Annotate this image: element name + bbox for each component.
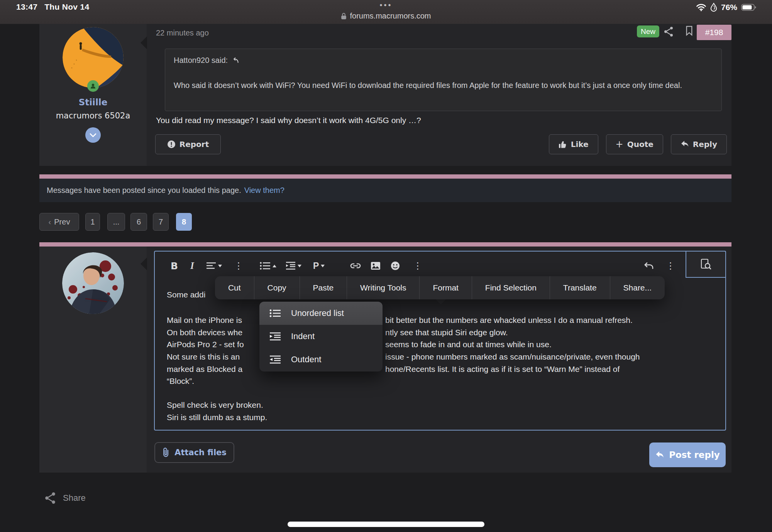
editor-text-line: Spell check is very broken. [155,400,722,411]
editor-text-line: Not sure is this is anissue - phone numb… [155,352,722,363]
status-and-browser-bar: 13:47Thu Nov 14 ••• 76% forums.macrumors… [0,0,772,24]
page-range-ellipsis[interactable]: ... [107,213,125,231]
submenu-item-indent[interactable]: Indent [259,325,383,348]
goto-quoted-post-icon[interactable] [232,57,239,64]
editor-text-line: Mail on the iPhone isbit better but the … [155,316,722,326]
reply-label: Reply [693,140,717,149]
post-bubble-tail [141,36,147,49]
quote-attribution: Hatton920 said: [174,56,239,65]
outdent-icon [269,355,281,364]
menu-item-find-selection[interactable]: Find Selection [472,276,550,299]
preview-button[interactable] [686,251,726,278]
date: Thu Nov 14 [44,2,89,11]
more-format-options-icon[interactable]: ⋮ [234,259,243,272]
like-button[interactable]: Like [549,134,598,154]
report-button[interactable]: Report [155,134,221,154]
more-insert-options-icon[interactable]: ⋮ [413,259,422,272]
text-align-dropdown[interactable] [206,259,222,272]
outdent-label: Outdent [291,355,321,365]
view-them-link[interactable]: View them? [244,186,284,195]
list-dropdown-open[interactable] [260,259,276,272]
post-message-text: You did read my message? I said why does… [156,116,716,125]
format-submenu: Unordered list Indent Outdent [259,302,383,372]
submenu-item-outdent[interactable]: Outdent [259,348,383,371]
insert-image-icon[interactable] [371,259,381,272]
editor-text-line: On both devices whently see that stupid … [155,328,722,338]
reply-button[interactable]: Reply [671,134,727,154]
post-reply-label: Post reply [669,450,720,460]
menu-item-share[interactable]: Share... [610,276,665,299]
expand-author-button[interactable] [85,127,101,143]
menu-item-cut[interactable]: Cut [215,276,254,299]
share-icon [44,492,56,504]
editor-text-line: marked as Blocked ahone/Recents list. It… [155,365,722,375]
chevron-down-icon [90,133,96,137]
post-reply-button[interactable]: Post reply [649,442,726,467]
focus-drop-icon [710,3,717,12]
address-bar[interactable]: forums.macrumors.com [0,12,772,20]
indent-dropdown[interactable] [286,259,301,272]
safari-ipad-screen: 13:47Thu Nov 14 ••• 76% forums.macrumors… [0,0,772,532]
quote-body: Who said it doesn’t work with WiFi? You … [174,79,710,92]
editor-text-line: AirPods Pro 2 - set foseems to fade in a… [155,340,722,350]
bold-button[interactable]: B [171,259,178,272]
thumbs-up-icon [559,140,567,149]
indent-label: Indent [291,331,315,341]
report-label: Report [179,140,209,149]
paragraph-format-dropdown[interactable]: P [313,259,325,272]
new-badge: New [637,25,659,37]
preview-document-icon [701,258,711,270]
quote-button[interactable]: + Quote [606,134,663,154]
menu-item-copy[interactable]: Copy [254,276,300,299]
page-button-8-current[interactable]: 8 [176,213,192,231]
unordered-list-icon [269,309,281,318]
post-number-badge[interactable]: #198 [697,25,731,40]
current-user-avatar[interactable] [62,252,124,314]
menu-item-format[interactable]: Format [419,276,471,299]
like-label: Like [571,140,589,149]
avatar[interactable] [63,27,124,88]
section-divider-bottom [39,242,731,247]
battery-icon [741,3,757,11]
notice-text: Messages have been posted since you load… [47,186,241,195]
menu-item-paste[interactable]: Paste [300,276,347,299]
post-body-cell: 22 minutes ago New #198 Hatton920 said: … [147,24,731,166]
status-time-date: 13:47Thu Nov 14 [16,2,96,12]
editor-text-line: Siri is still dumb as a stump. [155,413,722,423]
menu-item-writing-tools[interactable]: Writing Tools [347,276,419,299]
submenu-item-unordered-list[interactable]: Unordered list [259,302,383,325]
url-text: forums.macrumors.com [350,12,431,20]
undo-icon[interactable] [644,259,654,272]
italic-button[interactable]: I [190,259,194,272]
insert-link-icon[interactable] [350,259,361,272]
report-icon [167,140,176,149]
prev-page-button[interactable]: ‹ Prev [39,213,79,231]
paragraph-label: P [313,261,319,271]
section-divider-top [39,174,731,179]
reply-bubble-tail [141,257,147,270]
author-username[interactable]: Stiille [39,97,147,107]
page-button-1[interactable]: 1 [85,213,100,231]
quote-attribution-text: Hatton920 said: [174,56,228,65]
author-title: macrumors 6502a [39,111,147,120]
app-switcher-dots-icon[interactable]: ••• [379,1,392,10]
share-post-icon[interactable] [664,26,674,37]
ios-edit-context-menu: Cut Copy Paste Writing Tools Format Find… [215,276,665,299]
reply-author-cell [39,247,147,473]
battery-percent: 76% [721,3,737,12]
insert-emoji-icon[interactable] [391,259,400,272]
page-button-6[interactable]: 6 [130,213,147,231]
more-editor-options-icon[interactable]: ⋮ [666,259,675,272]
lock-icon [341,12,347,20]
home-indicator[interactable] [288,522,484,527]
page-button-7[interactable]: 7 [153,213,169,231]
unordered-list-label: Unordered list [291,308,344,318]
share-thread-link[interactable]: Share [44,492,86,504]
paperclip-icon [162,447,170,458]
new-messages-notice: Messages have been posted since you load… [39,179,731,202]
post-timestamp[interactable]: 22 minutes ago [156,29,209,37]
quoted-message[interactable]: Hatton920 said: Who said it doesn’t work… [165,49,722,111]
menu-item-translate[interactable]: Translate [550,276,610,299]
bookmark-icon[interactable] [686,25,693,36]
attach-files-button[interactable]: Attach files [154,442,234,463]
